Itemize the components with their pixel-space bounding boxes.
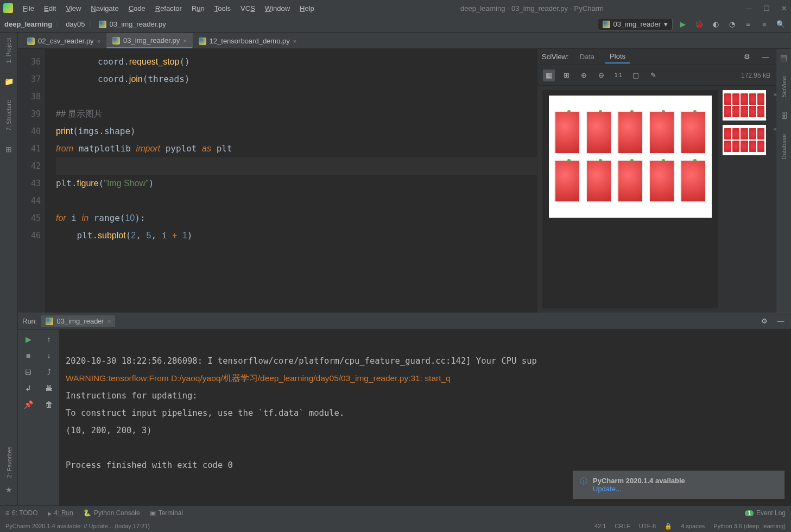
database-icon[interactable]: 🗄	[780, 111, 788, 120]
terminal-button[interactable]: ▣Terminal	[150, 509, 183, 517]
structure-tool-tab[interactable]: 7: Structure	[4, 97, 13, 134]
profile-button[interactable]: ◔	[726, 18, 738, 30]
concurrency-button[interactable]: ≡	[742, 18, 754, 30]
run-config-selector[interactable]: 03_img_reader ▾	[598, 18, 673, 30]
breadcrumb-folder[interactable]: day05	[66, 20, 85, 28]
minimize-button[interactable]: —	[745, 4, 753, 12]
close-thumbnail-icon[interactable]: ×	[774, 91, 777, 98]
star-icon[interactable]: ★	[5, 485, 12, 494]
up-arrow-button[interactable]: ↑	[42, 333, 55, 346]
clear-button[interactable]: 🗑	[42, 398, 55, 411]
sciview-tab-data[interactable]: Data	[575, 50, 599, 63]
search-everywhere-button[interactable]: 🔍	[775, 18, 787, 30]
actual-size-icon[interactable]: 1:1	[612, 69, 624, 81]
tab-03-img-reader[interactable]: 03_img_reader.py ×	[106, 33, 193, 48]
rerun-button[interactable]: ▶	[22, 333, 35, 346]
close-tab-icon[interactable]: ×	[293, 38, 296, 45]
debug-button[interactable]: 🐞	[693, 18, 705, 30]
color-picker-icon[interactable]: ✎	[647, 69, 659, 81]
close-button[interactable]: ✕	[780, 4, 788, 12]
print-button[interactable]: 🖶	[42, 382, 55, 395]
menu-tools[interactable]: Tools	[210, 2, 235, 15]
gear-icon[interactable]: ⚙	[758, 315, 770, 327]
lock-icon[interactable]: 🔒	[665, 523, 672, 530]
menu-navigate[interactable]: Navigate	[86, 2, 123, 15]
python-interpreter[interactable]: Python 3.6 (deep_learning)	[713, 523, 786, 530]
run-header: Run: 03_img_reader × ⚙ —	[18, 313, 791, 330]
breadcrumb-root[interactable]: deep_learning	[4, 20, 52, 28]
update-notification: ⓘ PyCharm 2020.1.4 available Update...	[573, 471, 784, 499]
line-separator[interactable]: CRLF	[615, 523, 630, 530]
sciview-icon[interactable]: ▤	[780, 53, 787, 62]
menu-window[interactable]: Window	[261, 2, 294, 15]
run-button[interactable]: ▶	[677, 18, 689, 30]
menu-view[interactable]: View	[61, 2, 85, 15]
gear-icon[interactable]: ⚙	[741, 51, 753, 63]
event-log-button[interactable]: 1 Event Log	[745, 509, 786, 517]
indent-info[interactable]: 4 spaces	[681, 523, 705, 530]
zoom-out-icon[interactable]: ⊖	[595, 69, 607, 81]
tab-12-tensorboard[interactable]: 12_tensorboard_demo.py ×	[193, 34, 303, 48]
structure-icon[interactable]: ⊞	[5, 145, 12, 154]
file-encoding[interactable]: UTF-8	[639, 523, 656, 530]
grid-icon[interactable]: ⊞	[560, 69, 572, 81]
menu-vcs[interactable]: VCS	[236, 2, 260, 15]
plot-thumbnail[interactable]	[723, 125, 766, 155]
fit-icon[interactable]: ▦	[543, 69, 555, 81]
maximize-button[interactable]: ☐	[763, 4, 770, 12]
run-tool-button[interactable]: 4: Run	[48, 509, 73, 517]
menu-run[interactable]: Run	[187, 2, 209, 15]
code-editor[interactable]: 36 37 38 39 40 41 42 43 44 45 46 coord.r…	[18, 49, 537, 313]
close-tab-icon[interactable]: ×	[97, 38, 100, 45]
list-icon: ≡	[5, 509, 9, 517]
title-bar: File Edit View Navigate Code Refactor Ru…	[0, 0, 791, 16]
apple-image	[649, 160, 675, 203]
soft-wrap-button[interactable]: ↲	[22, 382, 35, 395]
apple-image	[649, 111, 675, 154]
close-thumbnail-icon[interactable]: ×	[774, 126, 777, 132]
menu-code[interactable]: Code	[124, 2, 150, 15]
close-run-tab-icon[interactable]: ×	[107, 318, 111, 325]
minimize-panel-icon[interactable]: —	[760, 51, 771, 63]
stop-run-button[interactable]: ■	[22, 349, 35, 362]
run-tab[interactable]: 03_img_reader ×	[41, 315, 115, 327]
tab-02-csv-reader[interactable]: 02_csv_reader.py ×	[21, 34, 106, 48]
plot-main-view[interactable]	[542, 90, 718, 308]
favorites-tool-tab[interactable]: 2: Favorites	[5, 444, 14, 481]
todo-tool-button[interactable]: ≡6: TODO	[5, 509, 38, 517]
main-area: 1: Project 📁 7: Structure ⊞ 02_csv_reade…	[0, 33, 791, 505]
python-console-button[interactable]: 🐍Python Console	[83, 509, 140, 517]
close-tab-icon[interactable]: ×	[183, 37, 186, 44]
zoom-in-icon[interactable]: ⊕	[578, 69, 590, 81]
export-button[interactable]: ⤴	[42, 365, 55, 378]
layout-button[interactable]: ⊟	[22, 365, 35, 378]
menu-refactor[interactable]: Refactor	[151, 2, 186, 15]
folder-icon[interactable]: 📁	[4, 77, 14, 86]
menu-help[interactable]: Help	[295, 2, 319, 15]
sciview-tool-tab[interactable]: SciView	[780, 73, 788, 100]
left-tool-stripe: 1: Project 📁 7: Structure ⊞	[0, 33, 18, 505]
plot-image	[549, 96, 712, 218]
plot-thumbnail[interactable]	[723, 90, 766, 121]
code-area[interactable]: coord.request_stop() coord.join(threads)…	[45, 49, 537, 313]
status-message[interactable]: PyCharm 2020.1.4 available: // Update...…	[5, 523, 150, 529]
chevron-down-icon: ▾	[664, 20, 668, 28]
notification-title: PyCharm 2020.1.4 available	[593, 477, 685, 485]
database-tool-tab[interactable]: Database	[780, 131, 788, 163]
apple-image	[586, 111, 612, 154]
menu-file[interactable]: File	[18, 2, 39, 15]
breadcrumb-file[interactable]: 03_img_reader.py	[110, 20, 166, 28]
sciview-tab-plots[interactable]: Plots	[605, 50, 630, 64]
minimize-panel-icon[interactable]: —	[775, 315, 787, 327]
caret-position[interactable]: 42:1	[594, 523, 606, 530]
apple-image	[617, 160, 643, 203]
down-arrow-button[interactable]: ↓	[42, 349, 55, 362]
project-tool-tab[interactable]: 1: Project	[4, 35, 13, 66]
update-link[interactable]: Update...	[593, 485, 685, 493]
coverage-button[interactable]: ◐	[710, 18, 722, 30]
save-icon[interactable]: ▢	[630, 69, 642, 81]
menu-edit[interactable]: Edit	[40, 2, 60, 15]
editor-tabs: 02_csv_reader.py × 03_img_reader.py × 12…	[18, 33, 791, 49]
stop-button[interactable]: ■	[758, 18, 770, 30]
pin-button[interactable]: 📌	[22, 398, 35, 411]
